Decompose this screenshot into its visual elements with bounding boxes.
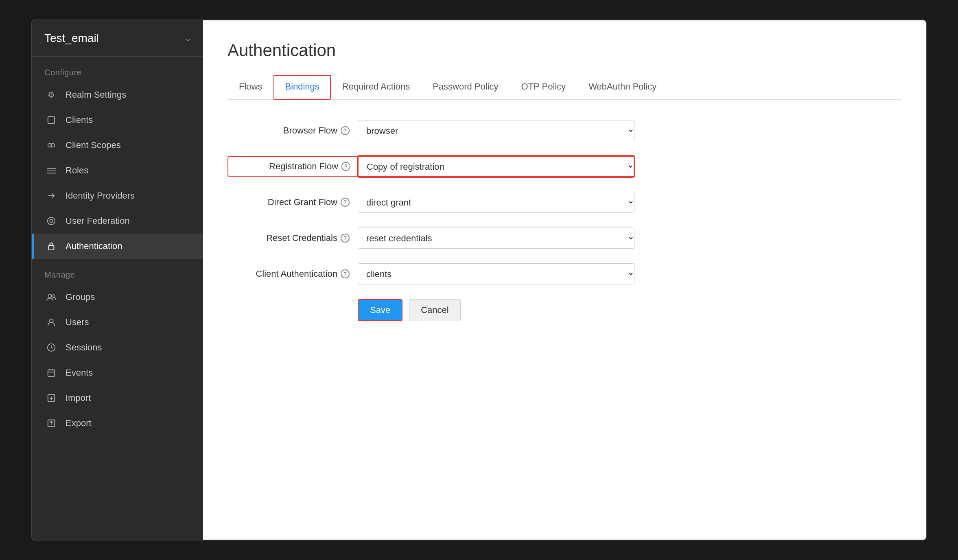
svg-rect-8 [49, 245, 54, 250]
client-authentication-select[interactable]: browser direct grant registration reset … [358, 263, 634, 284]
svg-rect-13 [48, 370, 55, 377]
sidebar: Test_email ⌵ Configure ⚙ Realm Settings … [32, 20, 203, 540]
direct-grant-flow-row: Direct Grant Flow ? browser direct grant… [227, 192, 634, 213]
sidebar-item-label: Export [66, 418, 92, 429]
registration-flow-help-icon[interactable]: ? [341, 162, 350, 171]
registration-flow-row: Registration Flow ? browser direct grant… [227, 156, 634, 177]
page-title: Authentication [227, 41, 901, 60]
sidebar-item-realm-settings[interactable]: ⚙ Realm Settings [32, 82, 203, 107]
sidebar-item-groups[interactable]: Groups [32, 284, 203, 310]
browser-flow-row: Browser Flow ? browser direct grant regi… [227, 120, 634, 141]
tab-required-actions[interactable]: Required Actions [331, 75, 421, 100]
sidebar-item-label: Identity Providers [66, 190, 135, 201]
authentication-icon [44, 239, 58, 253]
sidebar-header[interactable]: Test_email ⌵ [32, 20, 203, 57]
realm-name: Test_email [44, 32, 99, 45]
groups-icon [44, 290, 58, 304]
tab-bindings[interactable]: Bindings [273, 75, 330, 100]
tabs-bar: Flows Bindings Required Actions Password… [227, 75, 901, 100]
svg-point-7 [50, 219, 52, 222]
sidebar-item-label: Authentication [66, 241, 122, 252]
manage-section-label: Manage [32, 259, 203, 284]
svg-point-9 [48, 294, 52, 298]
sidebar-item-users[interactable]: Users [32, 310, 203, 335]
sidebar-item-clients[interactable]: Clients [32, 107, 203, 133]
registration-flow-label: Registration Flow ? [227, 156, 358, 177]
svg-point-6 [48, 217, 55, 225]
sidebar-item-label: Import [66, 393, 91, 403]
clients-icon [44, 113, 58, 127]
events-icon [44, 366, 58, 380]
sessions-icon [44, 341, 58, 354]
reset-credentials-row: Reset Credentials ? browser direct grant… [227, 228, 634, 249]
sidebar-item-label: Clients [66, 115, 93, 125]
reset-credentials-help-icon[interactable]: ? [341, 234, 350, 243]
identity-providers-icon [44, 189, 58, 203]
sidebar-item-label: User Federation [66, 216, 130, 226]
sidebar-item-label: Sessions [66, 342, 102, 353]
client-authentication-row: Client Authentication ? browser direct g… [227, 263, 634, 284]
reset-credentials-select[interactable]: browser direct grant registration reset … [358, 228, 634, 249]
sidebar-item-label: Users [66, 317, 89, 328]
reset-credentials-label: Reset Credentials ? [227, 233, 358, 243]
sidebar-item-events[interactable]: Events [32, 360, 203, 385]
svg-rect-0 [48, 117, 55, 124]
configure-section-label: Configure [32, 57, 203, 82]
direct-grant-help-icon[interactable]: ? [341, 198, 350, 207]
save-button[interactable]: Save [358, 299, 402, 321]
tab-password-policy[interactable]: Password Policy [421, 75, 510, 100]
browser-flow-label: Browser Flow ? [227, 125, 358, 136]
chevron-down-icon: ⌵ [186, 33, 191, 44]
sidebar-item-label: Realm Settings [66, 90, 126, 100]
sidebar-item-user-federation[interactable]: User Federation [32, 208, 203, 234]
roles-icon [44, 164, 58, 177]
sidebar-item-authentication[interactable]: Authentication [32, 234, 203, 259]
tab-flows[interactable]: Flows [227, 75, 273, 100]
main-content: Authentication Flows Bindings Required A… [203, 20, 926, 540]
export-icon [44, 416, 58, 430]
sidebar-item-label: Events [66, 368, 93, 378]
import-icon [44, 391, 58, 405]
sidebar-item-export[interactable]: Export [32, 411, 203, 436]
browser-flow-help-icon[interactable]: ? [341, 126, 350, 135]
user-federation-icon [44, 214, 58, 228]
sidebar-item-import[interactable]: Import [32, 385, 203, 411]
sidebar-item-identity-providers[interactable]: Identity Providers [32, 183, 203, 208]
tab-webauthn-policy[interactable]: WebAuthn Policy [577, 75, 668, 100]
sidebar-item-client-scopes[interactable]: Client Scopes [32, 133, 203, 158]
client-authentication-label: Client Authentication ? [227, 269, 358, 279]
bindings-form: Browser Flow ? browser direct grant regi… [227, 120, 634, 321]
form-actions: Save Cancel [358, 299, 634, 321]
tab-otp-policy[interactable]: OTP Policy [510, 75, 577, 100]
sidebar-item-roles[interactable]: Roles [32, 158, 203, 183]
browser-flow-select[interactable]: browser direct grant registration reset … [358, 120, 634, 141]
realm-settings-icon: ⚙ [44, 88, 58, 102]
sidebar-item-label: Client Scopes [66, 140, 121, 151]
client-scopes-icon [44, 138, 58, 152]
cancel-button[interactable]: Cancel [409, 299, 460, 321]
svg-point-10 [52, 295, 55, 298]
client-authentication-help-icon[interactable]: ? [341, 269, 350, 278]
registration-flow-select[interactable]: browser direct grant registration reset … [358, 156, 634, 177]
direct-grant-flow-label: Direct Grant Flow ? [227, 197, 358, 208]
sidebar-item-sessions[interactable]: Sessions [32, 335, 203, 360]
direct-grant-flow-select[interactable]: browser direct grant registration reset … [358, 192, 634, 213]
sidebar-item-label: Roles [66, 165, 88, 176]
users-icon [44, 315, 58, 329]
sidebar-item-label: Groups [66, 292, 95, 302]
